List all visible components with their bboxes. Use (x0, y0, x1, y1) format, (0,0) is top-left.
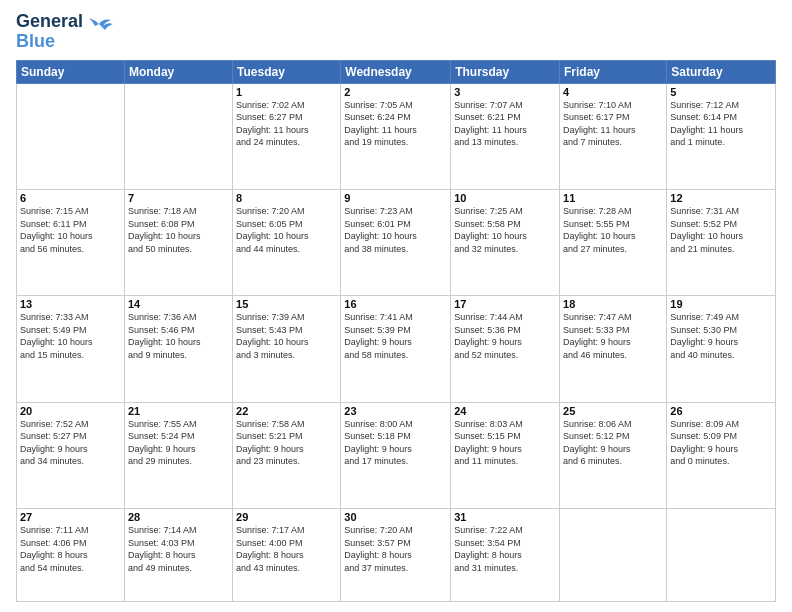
day-info: Sunrise: 7:10 AM Sunset: 6:17 PM Dayligh… (563, 99, 663, 149)
day-number: 26 (670, 405, 772, 417)
day-number: 24 (454, 405, 556, 417)
weekday-header: Wednesday (341, 60, 451, 83)
day-number: 29 (236, 511, 337, 523)
day-info: Sunrise: 7:02 AM Sunset: 6:27 PM Dayligh… (236, 99, 337, 149)
day-number: 22 (236, 405, 337, 417)
day-number: 3 (454, 86, 556, 98)
day-number: 20 (20, 405, 121, 417)
calendar-cell (667, 508, 776, 601)
weekday-header: Thursday (451, 60, 560, 83)
logo-text: GeneralBlue (16, 12, 83, 52)
weekday-header: Saturday (667, 60, 776, 83)
calendar-table: SundayMondayTuesdayWednesdayThursdayFrid… (16, 60, 776, 602)
calendar-cell: 3Sunrise: 7:07 AM Sunset: 6:21 PM Daylig… (451, 83, 560, 189)
calendar-cell: 18Sunrise: 7:47 AM Sunset: 5:33 PM Dayli… (560, 296, 667, 402)
calendar-cell: 25Sunrise: 8:06 AM Sunset: 5:12 PM Dayli… (560, 402, 667, 508)
day-info: Sunrise: 7:23 AM Sunset: 6:01 PM Dayligh… (344, 205, 447, 255)
day-info: Sunrise: 7:17 AM Sunset: 4:00 PM Dayligh… (236, 524, 337, 574)
day-info: Sunrise: 7:55 AM Sunset: 5:24 PM Dayligh… (128, 418, 229, 468)
day-number: 21 (128, 405, 229, 417)
calendar-cell: 1Sunrise: 7:02 AM Sunset: 6:27 PM Daylig… (233, 83, 341, 189)
day-number: 17 (454, 298, 556, 310)
day-info: Sunrise: 8:03 AM Sunset: 5:15 PM Dayligh… (454, 418, 556, 468)
day-number: 18 (563, 298, 663, 310)
calendar-cell: 23Sunrise: 8:00 AM Sunset: 5:18 PM Dayli… (341, 402, 451, 508)
day-number: 23 (344, 405, 447, 417)
calendar-cell: 19Sunrise: 7:49 AM Sunset: 5:30 PM Dayli… (667, 296, 776, 402)
weekday-header: Sunday (17, 60, 125, 83)
day-info: Sunrise: 8:06 AM Sunset: 5:12 PM Dayligh… (563, 418, 663, 468)
day-number: 8 (236, 192, 337, 204)
day-info: Sunrise: 7:31 AM Sunset: 5:52 PM Dayligh… (670, 205, 772, 255)
calendar-cell: 16Sunrise: 7:41 AM Sunset: 5:39 PM Dayli… (341, 296, 451, 402)
day-info: Sunrise: 7:28 AM Sunset: 5:55 PM Dayligh… (563, 205, 663, 255)
calendar-cell: 29Sunrise: 7:17 AM Sunset: 4:00 PM Dayli… (233, 508, 341, 601)
day-info: Sunrise: 7:20 AM Sunset: 6:05 PM Dayligh… (236, 205, 337, 255)
page-header: GeneralBlue (16, 12, 776, 52)
day-info: Sunrise: 7:11 AM Sunset: 4:06 PM Dayligh… (20, 524, 121, 574)
day-info: Sunrise: 7:18 AM Sunset: 6:08 PM Dayligh… (128, 205, 229, 255)
day-number: 2 (344, 86, 447, 98)
weekday-header: Friday (560, 60, 667, 83)
calendar-cell: 10Sunrise: 7:25 AM Sunset: 5:58 PM Dayli… (451, 189, 560, 295)
day-info: Sunrise: 7:25 AM Sunset: 5:58 PM Dayligh… (454, 205, 556, 255)
calendar-cell: 30Sunrise: 7:20 AM Sunset: 3:57 PM Dayli… (341, 508, 451, 601)
calendar-cell: 7Sunrise: 7:18 AM Sunset: 6:08 PM Daylig… (124, 189, 232, 295)
day-number: 13 (20, 298, 121, 310)
weekday-header: Monday (124, 60, 232, 83)
day-info: Sunrise: 7:47 AM Sunset: 5:33 PM Dayligh… (563, 311, 663, 361)
calendar-cell: 8Sunrise: 7:20 AM Sunset: 6:05 PM Daylig… (233, 189, 341, 295)
calendar-cell: 12Sunrise: 7:31 AM Sunset: 5:52 PM Dayli… (667, 189, 776, 295)
logo: GeneralBlue (16, 12, 113, 52)
day-info: Sunrise: 7:20 AM Sunset: 3:57 PM Dayligh… (344, 524, 447, 574)
calendar-cell: 13Sunrise: 7:33 AM Sunset: 5:49 PM Dayli… (17, 296, 125, 402)
day-number: 15 (236, 298, 337, 310)
logo-bird-icon (85, 16, 113, 38)
day-info: Sunrise: 7:22 AM Sunset: 3:54 PM Dayligh… (454, 524, 556, 574)
day-number: 1 (236, 86, 337, 98)
calendar-cell: 4Sunrise: 7:10 AM Sunset: 6:17 PM Daylig… (560, 83, 667, 189)
day-number: 10 (454, 192, 556, 204)
calendar-cell: 24Sunrise: 8:03 AM Sunset: 5:15 PM Dayli… (451, 402, 560, 508)
calendar-cell: 26Sunrise: 8:09 AM Sunset: 5:09 PM Dayli… (667, 402, 776, 508)
day-number: 5 (670, 86, 772, 98)
day-number: 16 (344, 298, 447, 310)
day-info: Sunrise: 7:12 AM Sunset: 6:14 PM Dayligh… (670, 99, 772, 149)
calendar-cell (124, 83, 232, 189)
calendar-cell (17, 83, 125, 189)
calendar-cell: 5Sunrise: 7:12 AM Sunset: 6:14 PM Daylig… (667, 83, 776, 189)
calendar-cell: 11Sunrise: 7:28 AM Sunset: 5:55 PM Dayli… (560, 189, 667, 295)
calendar-cell: 22Sunrise: 7:58 AM Sunset: 5:21 PM Dayli… (233, 402, 341, 508)
weekday-header: Tuesday (233, 60, 341, 83)
calendar-cell: 28Sunrise: 7:14 AM Sunset: 4:03 PM Dayli… (124, 508, 232, 601)
day-info: Sunrise: 8:09 AM Sunset: 5:09 PM Dayligh… (670, 418, 772, 468)
day-number: 27 (20, 511, 121, 523)
calendar-cell: 31Sunrise: 7:22 AM Sunset: 3:54 PM Dayli… (451, 508, 560, 601)
day-number: 30 (344, 511, 447, 523)
day-number: 28 (128, 511, 229, 523)
day-number: 7 (128, 192, 229, 204)
day-number: 12 (670, 192, 772, 204)
day-info: Sunrise: 7:58 AM Sunset: 5:21 PM Dayligh… (236, 418, 337, 468)
calendar-cell: 9Sunrise: 7:23 AM Sunset: 6:01 PM Daylig… (341, 189, 451, 295)
day-info: Sunrise: 7:15 AM Sunset: 6:11 PM Dayligh… (20, 205, 121, 255)
day-number: 11 (563, 192, 663, 204)
calendar-cell: 6Sunrise: 7:15 AM Sunset: 6:11 PM Daylig… (17, 189, 125, 295)
day-info: Sunrise: 8:00 AM Sunset: 5:18 PM Dayligh… (344, 418, 447, 468)
day-number: 9 (344, 192, 447, 204)
day-number: 25 (563, 405, 663, 417)
day-info: Sunrise: 7:33 AM Sunset: 5:49 PM Dayligh… (20, 311, 121, 361)
day-info: Sunrise: 7:39 AM Sunset: 5:43 PM Dayligh… (236, 311, 337, 361)
day-number: 19 (670, 298, 772, 310)
day-info: Sunrise: 7:05 AM Sunset: 6:24 PM Dayligh… (344, 99, 447, 149)
day-number: 14 (128, 298, 229, 310)
calendar-cell (560, 508, 667, 601)
calendar-cell: 2Sunrise: 7:05 AM Sunset: 6:24 PM Daylig… (341, 83, 451, 189)
calendar-cell: 15Sunrise: 7:39 AM Sunset: 5:43 PM Dayli… (233, 296, 341, 402)
day-info: Sunrise: 7:14 AM Sunset: 4:03 PM Dayligh… (128, 524, 229, 574)
day-info: Sunrise: 7:49 AM Sunset: 5:30 PM Dayligh… (670, 311, 772, 361)
day-info: Sunrise: 7:07 AM Sunset: 6:21 PM Dayligh… (454, 99, 556, 149)
calendar-cell: 21Sunrise: 7:55 AM Sunset: 5:24 PM Dayli… (124, 402, 232, 508)
day-number: 31 (454, 511, 556, 523)
calendar-cell: 14Sunrise: 7:36 AM Sunset: 5:46 PM Dayli… (124, 296, 232, 402)
